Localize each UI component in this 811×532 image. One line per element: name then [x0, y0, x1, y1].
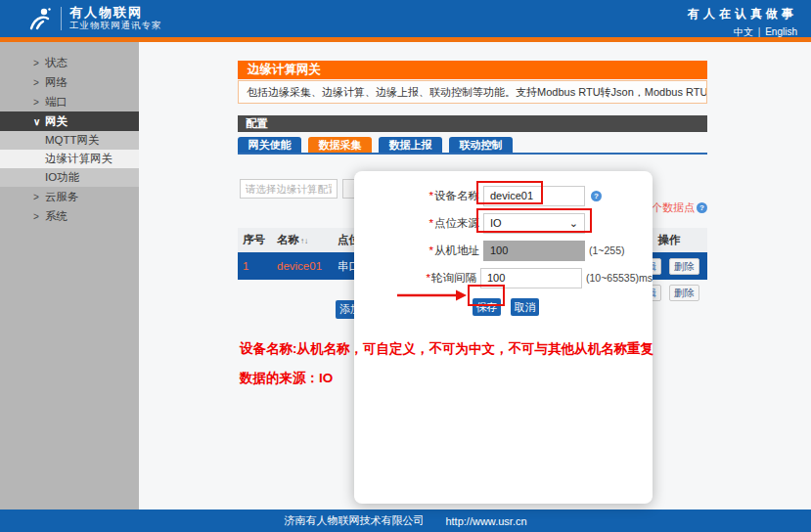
- logo: 有人物联网 工业物联网通讯专家: [27, 5, 162, 31]
- help-icon[interactable]: ?: [697, 202, 707, 213]
- save-button[interactable]: 保存: [473, 298, 501, 316]
- tab-linkage-control[interactable]: 联动控制: [449, 137, 513, 153]
- field-point-source: *点位来源 IO ⌄: [354, 209, 653, 237]
- chevron-right-icon: >: [33, 211, 45, 222]
- required-asterisk: *: [427, 272, 430, 284]
- page-description: 包括边缘采集、边缘计算、边缘上报、联动控制等功能。支持Modbus RTU转Js…: [238, 80, 707, 104]
- select-caret-icon: ⌄: [569, 217, 578, 230]
- section-title: 配置: [238, 115, 707, 132]
- sidebar-nav: > 状态 > 网络 > 端口 ∨ 网关 MQTT网关 边缘计算网关 IO功能 >…: [0, 42, 139, 510]
- device-name-input[interactable]: [483, 186, 585, 206]
- sidebar-item-mqtt-gateway[interactable]: MQTT网关: [0, 131, 139, 150]
- usr-logo-icon: [27, 6, 53, 31]
- slave-address-hint: (1~255): [589, 244, 624, 256]
- tab-underline: [238, 153, 707, 155]
- poll-interval-input[interactable]: [480, 268, 582, 288]
- delete-button[interactable]: 删除: [669, 285, 699, 301]
- chevron-right-icon: >: [33, 77, 45, 88]
- required-asterisk: *: [429, 217, 433, 229]
- sidebar-item-status[interactable]: > 状态: [0, 53, 139, 72]
- tab-gateway-enable[interactable]: 网关使能: [238, 137, 301, 153]
- sidebar-item-cloud[interactable]: > 云服务: [0, 187, 139, 206]
- chevron-right-icon: >: [33, 192, 45, 202]
- sidebar-item-port[interactable]: > 端口: [0, 92, 139, 111]
- field-device-name: *设备名称 ?: [354, 182, 653, 209]
- lang-separator: |: [758, 26, 761, 37]
- top-header: 有人物联网 工业物联网通讯专家 有人在认真做事 中文 | English: [0, 0, 811, 37]
- logo-subtitle: 工业物联网通讯专家: [69, 20, 162, 31]
- poll-interval-hint: (10~65535)ms: [586, 272, 653, 284]
- point-source-select[interactable]: IO ⌄: [483, 213, 585, 234]
- lang-en-link[interactable]: English: [765, 26, 797, 37]
- sort-icon: ↑↓: [300, 237, 308, 245]
- sidebar-item-io-function[interactable]: IO功能: [0, 168, 139, 187]
- header-slogan: 有人在认真做事: [688, 6, 797, 22]
- chevron-right-icon: >: [33, 97, 45, 108]
- page-footer: 济南有人物联网技术有限公司 http://www.usr.cn: [0, 510, 811, 532]
- tab-data-collection[interactable]: 数据采集: [308, 137, 372, 153]
- slave-address-input: [483, 241, 585, 261]
- col-index: 序号: [238, 233, 277, 247]
- page-title: 边缘计算网关: [238, 61, 707, 79]
- sidebar-item-network[interactable]: > 网络: [0, 72, 139, 92]
- device-config-dialog: *设备名称 ? *点位来源 IO ⌄ *从机地址 (1~255) *轮询间隔 (…: [354, 171, 653, 504]
- footer-url[interactable]: http://www.usr.cn: [445, 515, 526, 527]
- tab-bar: 网关使能 数据采集 数据上报 联动控制: [238, 137, 513, 153]
- required-asterisk: *: [429, 190, 433, 201]
- header-accent-strip: [0, 37, 811, 42]
- chevron-right-icon: >: [33, 58, 45, 68]
- cancel-button[interactable]: 取消: [511, 298, 539, 316]
- config-file-input[interactable]: [240, 179, 338, 199]
- logo-divider: [61, 7, 62, 30]
- sidebar-item-system[interactable]: > 系统: [0, 206, 139, 226]
- info-icon[interactable]: ?: [591, 191, 602, 201]
- field-poll-interval: *轮询间隔 (10~65535)ms: [354, 264, 653, 291]
- field-slave-address: *从机地址 (1~255): [354, 237, 653, 264]
- sidebar-item-edge-gateway[interactable]: 边缘计算网关: [0, 150, 139, 168]
- lang-zh-link[interactable]: 中文: [734, 26, 753, 37]
- col-name[interactable]: 名称↑↓: [277, 233, 338, 247]
- footer-company: 济南有人物联网技术有限公司: [284, 513, 424, 528]
- sidebar-item-gateway[interactable]: ∨ 网关: [0, 111, 139, 131]
- tab-data-report[interactable]: 数据上报: [379, 137, 442, 153]
- required-asterisk: *: [429, 244, 433, 256]
- logo-title: 有人物联网: [69, 5, 162, 20]
- annotation-text-2: 数据的来源：IO: [240, 370, 333, 387]
- delete-button[interactable]: 删除: [669, 258, 699, 275]
- chevron-down-icon: ∨: [33, 116, 45, 127]
